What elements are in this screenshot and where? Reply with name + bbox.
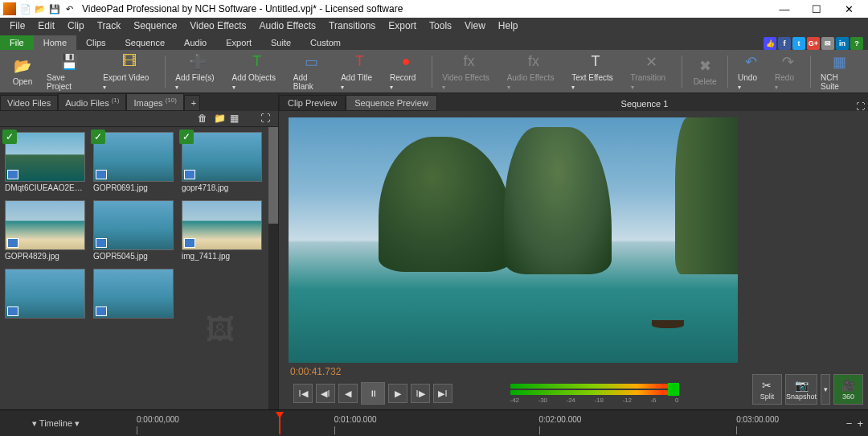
step-back-button[interactable]: ◀ (338, 384, 358, 403)
tab-sequence-preview[interactable]: Sequence Preview (346, 95, 437, 111)
nch-suite-button[interactable]: ▦NCH Suite (816, 51, 863, 93)
social-google-icon[interactable]: G+ (807, 37, 820, 50)
redo-button[interactable]: ↷Redo ▾ (770, 51, 805, 93)
thumbnail[interactable]: GOPR5045.jpg (93, 200, 174, 261)
bin-folder-icon[interactable]: 📁 (214, 113, 227, 125)
maximize-button[interactable]: ☐ (800, 0, 833, 18)
bin-expand-icon[interactable]: ⛶ (260, 113, 273, 125)
menu-view[interactable]: View (458, 19, 492, 33)
add-objects-button[interactable]: TAdd Objects ▾ (227, 51, 287, 93)
menu-file[interactable]: File (3, 19, 31, 33)
ribbon-tab-export[interactable]: Export (216, 35, 261, 50)
menu-edit[interactable]: Edit (31, 19, 61, 33)
timeline-tick: 0:03:00.000 (736, 415, 779, 424)
snapshot-button[interactable]: 📷Snapshot (785, 374, 817, 405)
save-project-button[interactable]: 💾Save Project (42, 51, 96, 93)
timeline-tick: 0:00:00,000 (137, 415, 179, 424)
bin-tab-images[interactable]: Images (10) (126, 93, 183, 111)
social-facebook-icon[interactable]: f (778, 37, 791, 50)
text-effects-button[interactable]: TText Effects ▾ (567, 51, 624, 93)
split-button[interactable]: ✂Split (752, 374, 782, 405)
menu-sequence[interactable]: Sequence (127, 19, 183, 33)
ribbon-tab-clips[interactable]: Clips (76, 35, 115, 50)
social-thumbs-icon[interactable]: 👍 (764, 37, 776, 50)
thumbnail[interactable] (5, 269, 85, 320)
next-clip-button[interactable]: I▶ (411, 384, 430, 403)
menu-export[interactable]: Export (382, 19, 423, 33)
open-button[interactable]: 📂Open (5, 55, 40, 88)
thumbnail[interactable] (93, 269, 174, 320)
video-preview[interactable] (289, 117, 738, 363)
playhead[interactable] (276, 412, 284, 434)
bin-view-icon[interactable]: ▦ (230, 113, 243, 125)
timeline-dropdown2-icon[interactable]: ▾ (75, 418, 80, 428)
add-title-button[interactable]: TAdd Title ▾ (336, 51, 383, 93)
goto-end-button[interactable]: ▶I (433, 384, 452, 403)
undo-button[interactable]: ↶Undo ▾ (733, 51, 768, 93)
vu-meter: -42-30-24-18-12-60 (456, 384, 733, 404)
timeline-dropdown-icon[interactable]: ▾ (32, 418, 39, 428)
qat-open-icon[interactable]: 📂 (34, 2, 47, 15)
thumbnail-label: GOPR4829.jpg (5, 252, 85, 261)
bin-scrollbar[interactable] (268, 127, 278, 409)
ribbon-tab-suite[interactable]: Suite (261, 35, 301, 50)
video-effects-button[interactable]: fxVideo Effects ▾ (437, 51, 500, 93)
add-objects-label: Add Objects ▾ (232, 73, 282, 91)
thumbnail[interactable]: ✓gopr4718.jpg (182, 132, 262, 192)
export-video-button[interactable]: 🎞Export Video ▾ (98, 51, 160, 93)
goto-start-button[interactable]: I◀ (293, 384, 313, 403)
ribbon-tab-file[interactable]: File (0, 35, 34, 50)
tab-clip-preview[interactable]: Clip Preview (279, 95, 346, 111)
social-mail-icon[interactable]: ✉ (821, 37, 834, 50)
menu-video-effects[interactable]: Video Effects (183, 19, 252, 33)
menu-clip[interactable]: Clip (61, 19, 91, 33)
ribbon-tab-sequence[interactable]: Sequence (116, 35, 175, 50)
add-files-button[interactable]: ➕Add File(s) ▾ (170, 51, 225, 93)
bin-tab-add[interactable]: + (184, 95, 200, 111)
bin-trash-icon[interactable]: 🗑 (198, 113, 211, 125)
audio-effects-button[interactable]: fxAudio Effects ▾ (502, 51, 566, 93)
social-twitter-icon[interactable]: t (792, 37, 805, 50)
menu-track[interactable]: Track (91, 19, 128, 33)
delete-button[interactable]: ✖Delete (687, 55, 723, 88)
snapshot-label: Snapshot (786, 393, 817, 401)
qat-new-icon[interactable]: 📄 (19, 2, 32, 15)
bin-tab-audio-files[interactable]: Audio Files (1) (58, 93, 126, 111)
360-button[interactable]: 🎥360 (833, 374, 863, 405)
menu-tools[interactable]: Tools (423, 19, 458, 33)
timeline[interactable]: ▾ Timeline ▾ 0:00:00,0000:01:00.0000:02:… (0, 409, 868, 436)
zoom-in-button[interactable]: + (857, 417, 863, 430)
play-pause-button[interactable]: ⏸ (361, 382, 385, 405)
menu-help[interactable]: Help (492, 19, 525, 33)
record-button[interactable]: ●Record ▾ (385, 51, 427, 93)
add-blank-button[interactable]: ▭Add Blank (289, 51, 334, 93)
thumbnail[interactable]: ✓DMqt6CIUEAAO2ET.jpg (5, 132, 85, 192)
qat-undo-icon[interactable]: ↶ (63, 2, 76, 15)
thumbnail[interactable]: img_7411.jpg (182, 200, 262, 261)
bin-tab-video-files[interactable]: Video Files (0, 95, 58, 111)
thumbnail[interactable]: ✓GOPR0691.jpg (93, 132, 174, 192)
prev-clip-button[interactable]: ◀I (316, 384, 335, 403)
ribbon-tab-audio[interactable]: Audio (174, 35, 216, 50)
transition-button[interactable]: ✕Transition ▾ (626, 51, 677, 93)
step-fwd-button[interactable]: ▶ (388, 384, 407, 403)
thumbnail[interactable]: GOPR4829.jpg (5, 200, 85, 261)
ribbon-tab-custom[interactable]: Custom (301, 35, 350, 50)
menu-audio-effects[interactable]: Audio Effects (253, 19, 323, 33)
ribbon-tab-home[interactable]: Home (34, 35, 76, 50)
qat-save-icon[interactable]: 💾 (48, 2, 61, 15)
vu-label: -30 (538, 397, 547, 404)
redo-label: Redo ▾ (775, 73, 800, 91)
preview-detach-icon[interactable]: ⛶ (852, 101, 868, 111)
bin-watermark-icon: 🖼 (206, 313, 246, 345)
close-button[interactable]: ✕ (833, 0, 865, 18)
menu-transitions[interactable]: Transitions (322, 19, 382, 33)
delete-label: Delete (694, 77, 717, 86)
zoom-out-button[interactable]: − (846, 417, 853, 430)
social-help-icon[interactable]: ? (850, 37, 863, 50)
snapshot-dropdown[interactable]: ▾ (821, 374, 830, 405)
image-type-icon (184, 238, 195, 248)
social-linkedin-icon[interactable]: in (836, 37, 849, 50)
minimize-button[interactable]: — (768, 0, 800, 18)
add-files-icon: ➕ (188, 52, 207, 72)
